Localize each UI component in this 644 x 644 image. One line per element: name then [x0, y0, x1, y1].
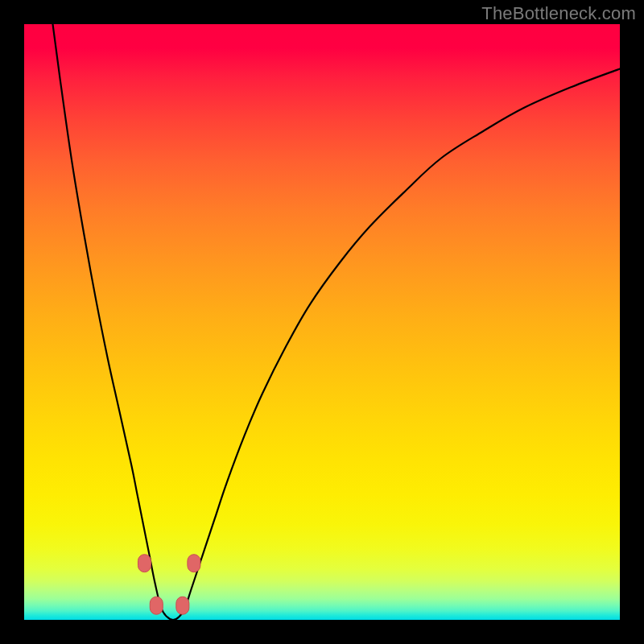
watermark-text: TheBottleneck.com: [481, 3, 636, 24]
chart-frame: TheBottleneck.com: [0, 0, 644, 644]
curve-marker-2: [176, 597, 189, 614]
curve-layer: [24, 24, 620, 620]
curve-marker-0: [138, 555, 151, 572]
curve-marker-1: [150, 597, 163, 614]
bottleneck-curve: [53, 24, 620, 620]
curve-markers: [138, 555, 200, 615]
curve-marker-3: [188, 555, 200, 572]
plot-area: [24, 24, 620, 620]
